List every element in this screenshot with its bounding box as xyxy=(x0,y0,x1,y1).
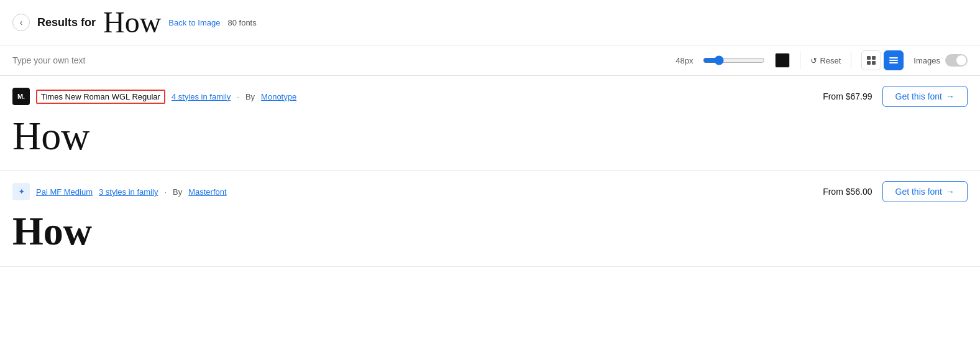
font-meta-left-1: M. Times New Roman WGL Regular 4 styles … xyxy=(12,88,296,105)
back-to-image-link[interactable]: Back to Image xyxy=(168,18,220,27)
font-name-1: Times New Roman WGL Regular xyxy=(36,90,165,104)
get-font-button-1[interactable]: Get this font → xyxy=(882,86,968,107)
font-by-2: By xyxy=(173,187,182,197)
reset-icon: ↺ xyxy=(810,56,817,65)
font-price-1: From $67.99 xyxy=(823,91,872,101)
font-icon-2: ✦ xyxy=(12,183,30,200)
grid-icon xyxy=(867,56,876,65)
reset-label: Reset xyxy=(820,56,841,65)
font-sample-1: How xyxy=(12,114,968,158)
size-slider-container xyxy=(703,55,765,65)
font-icon-label-1: M. xyxy=(17,93,25,100)
list-icon xyxy=(889,56,898,65)
header-sample-word: How xyxy=(103,7,161,37)
size-slider[interactable] xyxy=(703,55,765,65)
toolbar-separator xyxy=(800,52,800,69)
custom-text-input[interactable] xyxy=(12,55,666,65)
font-result-2: ✦ Pai MF Medium 3 styles in family · By … xyxy=(0,171,980,266)
font-by-1: By xyxy=(245,92,255,101)
list-view-button[interactable] xyxy=(884,50,904,70)
font-price-2: From $56.00 xyxy=(823,187,872,197)
results-label: Results for xyxy=(37,16,96,29)
font-sample-2: How xyxy=(12,210,968,253)
font-styles-link-1[interactable]: 4 styles in family xyxy=(172,92,231,101)
fonts-count: 80 fonts xyxy=(227,18,256,27)
arrow-right-icon-1: → xyxy=(946,91,955,101)
font-result-1: M. Times New Roman WGL Regular 4 styles … xyxy=(0,76,980,171)
font-styles-link-2[interactable]: 3 styles in family xyxy=(99,187,158,197)
reset-button[interactable]: ↺ Reset xyxy=(810,56,841,65)
font-dot-2: · xyxy=(164,187,167,197)
size-label: 48px xyxy=(675,56,693,65)
font-meta-row-1: M. Times New Roman WGL Regular 4 styles … xyxy=(12,86,968,107)
back-button[interactable]: ‹ xyxy=(12,14,30,31)
toolbar: 48px ↺ Reset Images xyxy=(0,45,980,76)
arrow-right-icon-2: → xyxy=(946,187,955,197)
images-toggle-container: Images xyxy=(914,54,968,67)
font-dot-1: · xyxy=(237,92,239,101)
images-toggle-switch[interactable] xyxy=(945,54,968,67)
images-label: Images xyxy=(914,56,940,65)
font-author-1[interactable]: Monotype xyxy=(261,92,296,101)
font-meta-right-1: From $67.99 Get this font → xyxy=(823,86,968,107)
get-font-button-2[interactable]: Get this font → xyxy=(882,181,968,202)
font-icon-1: M. xyxy=(12,88,30,105)
header: ‹ Results for How Back to Image 80 fonts xyxy=(0,0,980,45)
view-toggle xyxy=(861,50,904,70)
get-font-label-2: Get this font xyxy=(895,187,942,197)
font-meta-right-2: From $56.00 Get this font → xyxy=(823,181,968,202)
grid-view-button[interactable] xyxy=(861,50,881,70)
font-meta-row-2: ✦ Pai MF Medium 3 styles in family · By … xyxy=(12,181,968,202)
font-name-2[interactable]: Pai MF Medium xyxy=(36,187,93,197)
color-swatch[interactable] xyxy=(775,53,790,68)
toolbar-separator-2 xyxy=(851,52,851,69)
font-meta-left-2: ✦ Pai MF Medium 3 styles in family · By … xyxy=(12,183,227,200)
font-icon-label-2: ✦ xyxy=(19,188,24,196)
get-font-label-1: Get this font xyxy=(895,91,942,101)
font-author-2[interactable]: Masterfont xyxy=(188,187,226,197)
